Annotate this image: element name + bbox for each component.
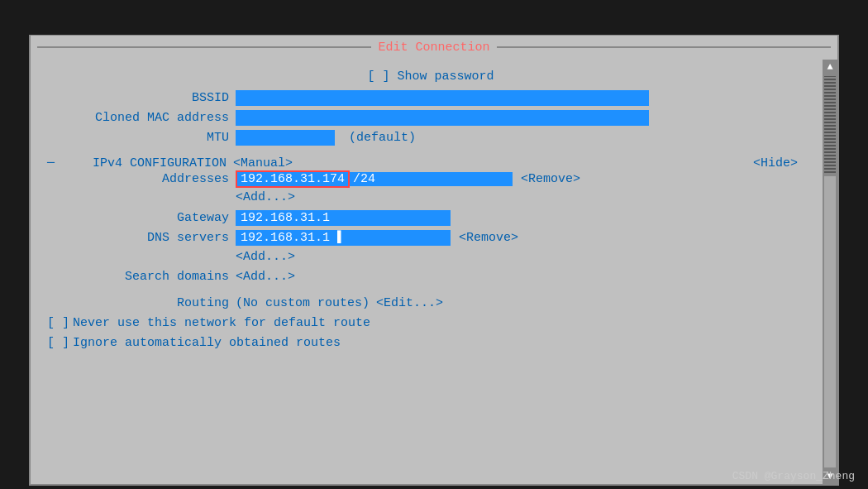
mtu-row: MTU (default) — [47, 130, 814, 148]
addresses-add-btn[interactable]: <Add...> — [236, 190, 295, 204]
never-default-cb-text[interactable]: [ ] — [47, 316, 69, 330]
ip-rest[interactable]: /24 — [350, 172, 513, 186]
show-password-checkbox[interactable]: [ ] Show password — [367, 70, 494, 84]
ipv4-dash: ─ — [47, 156, 55, 170]
search-domains-label: Search domains — [47, 270, 229, 284]
bssid-label: BSSID — [47, 91, 229, 105]
title-bar-line-left — [37, 46, 371, 48]
dns-servers-value[interactable]: 192.168.31.1 ▌ — [236, 230, 451, 246]
cloned-mac-label: Cloned MAC address — [47, 111, 229, 125]
routing-row: Routing (No custom routes) <Edit...> — [47, 296, 814, 314]
addresses-add-row: <Add...> — [47, 190, 814, 209]
scrollbar[interactable]: ▲ ▼ — [823, 60, 837, 484]
routing-label: Routing — [47, 296, 229, 310]
gateway-label: Gateway — [47, 211, 229, 225]
addresses-row: Addresses 192.168.31.174 /24 <Remove> — [47, 170, 814, 189]
scroll-thumb[interactable] — [824, 76, 836, 173]
checkbox-bracket[interactable]: [ ] — [367, 70, 389, 84]
title-bar-line-right — [497, 46, 831, 48]
dns-add-btn[interactable]: <Add...> — [236, 250, 295, 264]
ignore-routes-row: [ ] Ignore automatically obtained routes — [47, 336, 814, 354]
dns-servers-value-text: 192.168.31.1 — [241, 231, 330, 245]
ip-highlighted[interactable]: 192.168.31.174 — [236, 170, 350, 188]
ignore-routes-label: Ignore automatically obtained routes — [73, 336, 341, 350]
show-password-label: Show password — [398, 70, 494, 84]
mtu-label: MTU — [47, 131, 229, 145]
dns-servers-remove-btn[interactable]: <Remove> — [459, 231, 518, 245]
addresses-remove-btn[interactable]: <Remove> — [521, 172, 580, 186]
search-domains-add-btn[interactable]: <Add...> — [236, 270, 295, 284]
dns-servers-row: DNS servers 192.168.31.1 ▌ <Remove> — [47, 230, 814, 248]
window-title: Edit Connection — [378, 41, 489, 55]
cloned-mac-value[interactable] — [236, 110, 649, 126]
terminal-content: [ ] Show password BSSID Cloned MAC addre… — [31, 60, 823, 484]
ip-rest-text: /24 — [353, 172, 375, 186]
routing-value: (No custom routes) — [236, 296, 370, 310]
title-bar: Edit Connection — [31, 36, 837, 59]
bssid-value[interactable] — [236, 90, 649, 106]
ignore-routes-cb-text[interactable]: [ ] — [47, 336, 69, 350]
scroll-track — [824, 176, 836, 467]
search-domains-row: Search domains <Add...> — [47, 270, 814, 288]
mtu-value[interactable] — [236, 130, 335, 146]
ipv4-hide-btn[interactable]: <Hide> — [753, 156, 798, 170]
ignore-routes-checkbox[interactable]: [ ] — [47, 336, 69, 350]
watermark: CSDN @Grayson_Zheng — [732, 470, 855, 482]
dns-add-row: <Add...> — [47, 250, 814, 268]
never-default-row: [ ] Never use this network for default r… — [47, 316, 814, 334]
spacer1 — [47, 150, 814, 156]
dns-servers-label: DNS servers — [47, 231, 229, 245]
spacer2 — [47, 290, 814, 296]
cloned-mac-row: Cloned MAC address — [47, 110, 814, 128]
scroll-up-arrow[interactable]: ▲ — [823, 60, 837, 74]
never-default-checkbox[interactable]: [ ] — [47, 316, 69, 330]
routing-edit-btn[interactable]: <Edit...> — [376, 296, 443, 310]
gateway-row: Gateway 192.168.31.1 — [47, 210, 814, 228]
show-password-row: [ ] Show password — [47, 70, 814, 84]
never-default-label: Never use this network for default route — [73, 316, 370, 330]
bssid-row: BSSID — [47, 90, 814, 108]
mtu-default-text: (default) — [349, 131, 416, 145]
gateway-value[interactable]: 192.168.31.1 — [236, 210, 451, 226]
addresses-label: Addresses — [47, 172, 229, 186]
terminal-window: Edit Connection ▲ ▼ [ ] Show password BS… — [29, 35, 839, 486]
ipv4-config-value[interactable]: <Manual> — [233, 156, 293, 170]
ip-highlighted-text: 192.168.31.174 — [241, 172, 345, 186]
ipv4-config-row: ─ IPv4 CONFIGURATION <Manual> <Hide> — [47, 156, 814, 170]
ipv4-config-label: IPv4 CONFIGURATION — [58, 156, 227, 170]
